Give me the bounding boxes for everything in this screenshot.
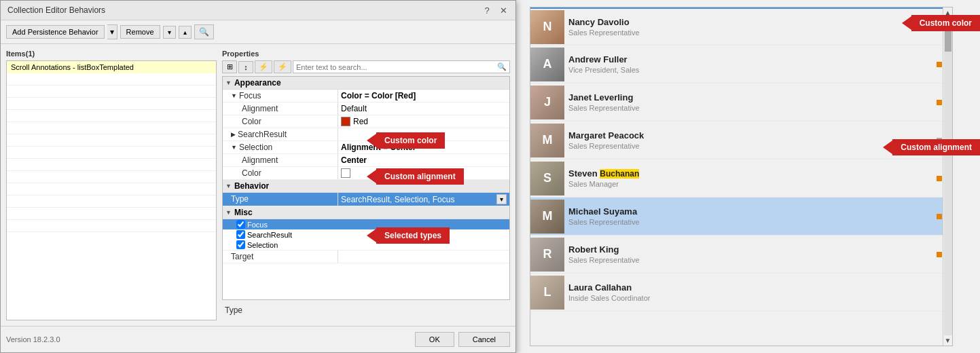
scroll-down-arrow[interactable]: ▼ [943, 335, 953, 346]
sel-color-name[interactable]: Color [223, 167, 338, 179]
focus-name[interactable]: ▼ Focus [223, 90, 338, 102]
color-name[interactable]: Color [223, 115, 338, 128]
dialog-custom-alignment-label: Custom alignment [376, 168, 464, 185]
person-item-robert[interactable]: R Robert King Sales Representative [530, 236, 943, 274]
type-value-text: SearchResult, Selection, Focus [341, 195, 454, 204]
person-item-steven[interactable]: S Steven Buchanan Sales Manager [530, 160, 943, 198]
dialog-selected-types-label: Selected types [376, 227, 450, 244]
move-down-button[interactable]: ▾ [163, 26, 176, 39]
person-info-laura: Laura Callahan Inside Sales Coordinator [564, 282, 936, 302]
list-item [7, 147, 216, 159]
avatar-laura: L [530, 276, 564, 310]
list-item [7, 122, 216, 134]
person-title-steven: Sales Manager [568, 180, 932, 188]
indicator-robert [936, 238, 943, 270]
dialog-body: Items(1) Scroll Annotations - listBoxTem… [1, 44, 515, 326]
orange-indicator-4 [937, 214, 942, 219]
type-name[interactable]: Type [223, 193, 338, 206]
person-name-robert: Robert King [568, 244, 932, 255]
person-item-andrew[interactable]: A Andrew Fuller Vice President, Sales [530, 45, 943, 83]
person-title-michael: Sales Representative [568, 218, 932, 226]
ok-button[interactable]: OK [415, 332, 454, 347]
focus-value: Color = Color [Red] [338, 90, 509, 102]
remove-button[interactable]: Remove [120, 25, 160, 39]
person-item-laura[interactable]: L Laura Callahan Inside Sales Coordinato… [530, 274, 943, 312]
search-result-name[interactable]: ▶ SearchResult [223, 128, 338, 141]
selection-checkbox[interactable] [236, 240, 245, 249]
sel-alignment-name[interactable]: Alignment [223, 154, 338, 166]
list-item [7, 159, 216, 171]
indicator-janet [936, 86, 943, 118]
list-item [7, 220, 216, 232]
avatar-robert: R [530, 238, 564, 272]
scroll-track[interactable] [944, 18, 952, 335]
searchresult-checkbox[interactable] [236, 230, 245, 239]
cancel-button[interactable]: Cancel [458, 332, 510, 347]
person-name-margaret: Margaret Peacock [568, 130, 932, 141]
callout-arrow-icon [902, 16, 911, 30]
target-name[interactable]: Target [223, 250, 338, 263]
dialog-controls: ? ✕ [482, 5, 509, 16]
type-value: SearchResult, Selection, Focus ▾ [338, 193, 509, 206]
person-item-michael[interactable]: M Michael Suyama Sales Representative [530, 198, 943, 236]
person-item-janet[interactable]: J Janet Leverling Sales Representative [530, 83, 943, 122]
person-name-nancy: Nancy Davolio [568, 17, 932, 27]
add-persistence-dropdown[interactable]: ▾ [107, 24, 117, 39]
alignment-name[interactable]: Alignment [223, 103, 338, 115]
selection-name[interactable]: ▼ Selection [223, 141, 338, 153]
selection-alignment-row: Alignment Center [223, 154, 509, 167]
list-item [7, 98, 216, 110]
focus-color-row: Color Red [223, 115, 509, 128]
selection-checkbox-label: Selection [247, 241, 278, 249]
prop-tool-categorized[interactable]: ⊞ [222, 60, 237, 73]
custom-color-label: Custom color [911, 15, 980, 31]
add-persistence-button[interactable]: Add Persistence Behavior [6, 25, 105, 39]
prop-tool-alpha[interactable]: ↕ [238, 61, 253, 73]
list-item [7, 171, 216, 183]
dialog-custom-color-label: Custom color [376, 132, 445, 149]
search-input[interactable] [296, 63, 497, 71]
prop-tool-extra[interactable]: ⚡ [274, 60, 291, 73]
person-item-margaret[interactable]: M Margaret Peacock Sales Representative [530, 122, 943, 160]
dialog-custom-color-callout: Custom color [367, 132, 445, 149]
list-item [7, 110, 216, 122]
type-dropdown-button[interactable]: ▾ [496, 194, 507, 204]
orange-indicator-2 [937, 100, 942, 105]
callout-alignment-arrow-icon [883, 141, 892, 154]
focus-row: ▼ Focus Color = Color [Red] [223, 90, 509, 103]
dialog-toolbar: Add Persistence Behavior ▾ Remove ▾ ▴ 🔍 [1, 20, 515, 44]
expand-icon: ▼ [225, 79, 232, 86]
person-name-laura: Laura Callahan [568, 282, 932, 293]
avatar-margaret: M [530, 124, 564, 157]
indicator-laura [936, 276, 943, 308]
avatar-nancy: N [530, 10, 564, 44]
list-item[interactable]: Scroll Annotations - listBoxTemplated [7, 61, 216, 73]
person-item-nancy[interactable]: N Nancy Davolio Sales Representative [530, 7, 943, 45]
scrollbar[interactable]: ▲ ▼ [943, 7, 952, 346]
search-result-expand-icon: ▶ [231, 131, 236, 138]
misc-group-header[interactable]: ▼ Misc [223, 206, 509, 219]
move-up-button[interactable]: ▴ [179, 26, 192, 39]
list-item [7, 196, 216, 208]
list-item [7, 134, 216, 147]
search-box[interactable]: 🔍 [293, 60, 510, 73]
properties-label: Properties [222, 50, 510, 58]
person-title-nancy: Sales Representative [568, 29, 932, 37]
appearance-group-header[interactable]: ▼ Appearance [223, 77, 509, 90]
help-button[interactable]: ? [482, 5, 492, 16]
person-title-janet: Sales Representative [568, 104, 932, 112]
person-title-andrew: Vice President, Sales [568, 66, 932, 74]
behavior-group-header[interactable]: ▼ Behavior [223, 180, 509, 193]
orange-indicator-3 [937, 176, 942, 181]
person-title-robert: Sales Representative [568, 256, 932, 264]
list-item [7, 86, 216, 98]
behavior-expand-icon: ▼ [225, 183, 232, 189]
focus-checkbox[interactable] [236, 220, 245, 229]
avatar-andrew: A [530, 48, 564, 81]
color-swatch-red[interactable] [341, 117, 350, 126]
search-button[interactable]: 🔍 [194, 24, 214, 39]
appearance-label: Appearance [234, 78, 281, 88]
close-button[interactable]: ✕ [498, 5, 509, 16]
color-swatch-white[interactable] [341, 168, 350, 178]
prop-tool-events[interactable]: ⚡ [255, 60, 272, 73]
